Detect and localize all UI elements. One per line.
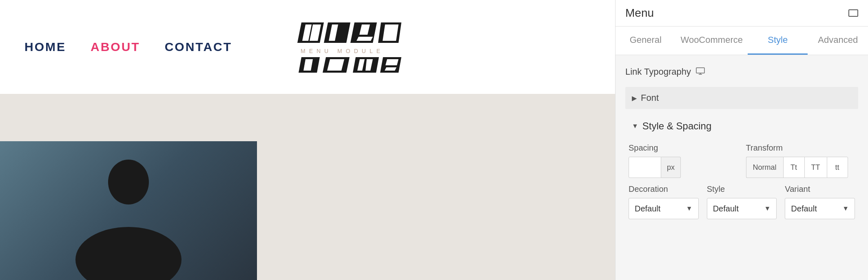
variant-label: Variant <box>785 184 855 194</box>
panel-body: Link Typography ▶ Font ▼ Style & Spacing <box>616 55 868 280</box>
monitor-icon <box>696 67 705 77</box>
transform-control-group: Transform Normal Tt TT tt <box>746 143 855 178</box>
svg-marker-9 <box>383 24 399 41</box>
nav-link-home[interactable]: HOME <box>24 40 66 54</box>
font-section-label: Font <box>641 93 659 103</box>
chevron-right-icon: ▶ <box>632 94 637 102</box>
nav-link-about[interactable]: ABOUT <box>91 40 140 54</box>
transform-normal-button[interactable]: Normal <box>746 157 783 178</box>
svg-rect-23 <box>696 68 704 73</box>
tab-advanced[interactable]: Advanced <box>808 27 868 55</box>
tabs-row: General WooCommerce Style Advanced <box>616 27 868 55</box>
style-chevron-icon: ▼ <box>764 205 771 212</box>
transform-label: Transform <box>746 143 855 153</box>
decoration-group: Decoration Default ▼ <box>629 184 699 219</box>
variant-chevron-icon: ▼ <box>842 205 849 212</box>
content-area <box>0 94 615 280</box>
variant-select[interactable]: Default ▼ <box>785 198 855 219</box>
tab-woocommerce[interactable]: WooCommerce <box>676 27 748 55</box>
logo-graphic: MENU MODULE <box>297 20 444 73</box>
settings-panel: Menu General WooCommerce Style Advanced … <box>615 0 868 280</box>
svg-text:MENU MODULE: MENU MODULE <box>301 48 384 54</box>
variant-value: Default <box>791 204 817 213</box>
svg-marker-19 <box>385 59 399 65</box>
svg-marker-7 <box>356 37 373 41</box>
transform-tt-lower-button[interactable]: tt <box>827 157 848 178</box>
decoration-label: Decoration <box>629 184 699 194</box>
nav-area: HOME ABOUT CONTACT <box>0 0 615 94</box>
nav-link-contact[interactable]: CONTACT <box>165 40 232 54</box>
image-area <box>0 141 257 280</box>
website-preview: HOME ABOUT CONTACT <box>0 0 615 280</box>
style-spacing-section: ▼ Style & Spacing Spacing px Transform <box>625 116 858 222</box>
style-spacing-label: Style & Spacing <box>642 120 711 132</box>
panel-header: Menu <box>616 0 868 27</box>
panel-title: Menu <box>625 7 654 20</box>
style-group: Style Default ▼ <box>707 184 777 219</box>
style-value: Default <box>713 204 739 213</box>
spacing-transform-controls: Spacing px Transform Normal Tt TT tt <box>625 143 858 178</box>
transform-buttons: Normal Tt TT tt <box>746 157 855 178</box>
window-icon[interactable] <box>848 9 858 17</box>
spacing-label: Spacing <box>629 143 738 153</box>
chevron-down-icon: ▼ <box>632 122 638 130</box>
link-typography-label: Link Typography <box>625 67 691 77</box>
transform-TT-button[interactable]: TT <box>804 157 827 178</box>
style-label: Style <box>707 184 777 194</box>
spacing-input[interactable] <box>629 157 661 178</box>
nav-links: HOME ABOUT CONTACT <box>24 40 232 54</box>
expanded-section-header[interactable]: ▼ Style & Spacing <box>625 116 858 137</box>
decoration-chevron-icon: ▼ <box>686 205 693 212</box>
site-logo: MENU MODULE <box>297 16 444 78</box>
link-typography-row: Link Typography <box>625 63 858 80</box>
font-section[interactable]: ▶ Font <box>625 87 858 109</box>
variant-group: Variant Default ▼ <box>785 184 855 219</box>
spacing-control-group: Spacing px <box>629 143 738 178</box>
svg-point-22 <box>75 227 182 280</box>
style-select[interactable]: Default ▼ <box>707 198 777 219</box>
px-unit-label: px <box>661 157 681 178</box>
spacing-input-row: px <box>629 157 738 178</box>
transform-tt-button[interactable]: Tt <box>783 157 804 178</box>
svg-marker-14 <box>327 59 344 71</box>
tab-style[interactable]: Style <box>748 27 808 55</box>
decoration-value: Default <box>635 204 660 213</box>
decoration-select[interactable]: Default ▼ <box>629 198 699 219</box>
tab-general[interactable]: General <box>616 27 676 55</box>
svg-point-21 <box>108 160 149 204</box>
bottom-controls: Decoration Default ▼ Style Default ▼ <box>625 178 858 222</box>
svg-marker-20 <box>385 67 396 71</box>
person-silhouette <box>63 158 194 280</box>
